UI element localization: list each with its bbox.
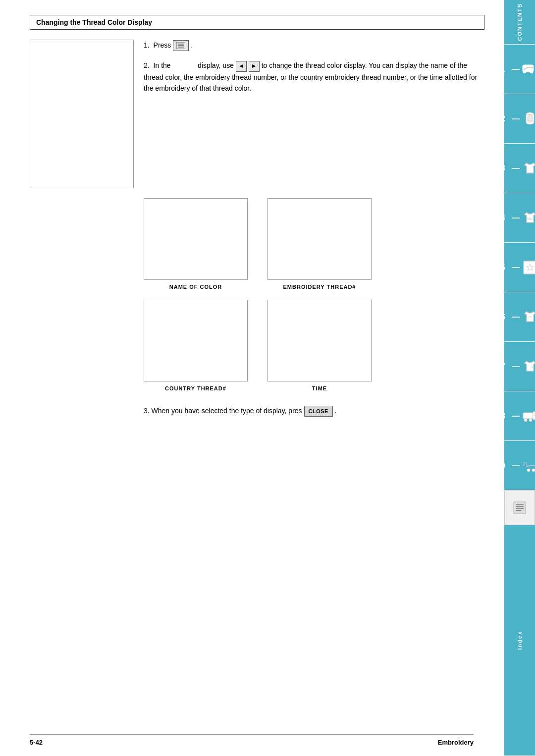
sidebar-tab-7[interactable]: 7 — (504, 342, 535, 391)
tab-5-number: 5 (501, 263, 510, 272)
sidebar-tab-2[interactable]: 2 — (504, 94, 535, 144)
sidebar-tab-4[interactable]: 4 — ABC (504, 193, 535, 243)
tab-2-number: 2 (501, 114, 510, 123)
step-1-text-before: Press (154, 41, 171, 49)
star-frame-icon (522, 259, 535, 276)
name-of-color-caption: NAME OF COLOR (169, 284, 222, 290)
abc-shirt-icon: ABC (522, 209, 535, 227)
image-row-2: COUNTRY THREAD# TIME (144, 300, 484, 391)
step-3-text-after: . (335, 407, 337, 415)
svg-point-20 (532, 469, 535, 472)
step-3: 3. When you have selected the type of di… (144, 405, 484, 417)
embroidery-thread-screen (268, 198, 372, 280)
country-thread-caption: COUNTRY THREAD# (165, 385, 226, 391)
sewing-machine-1-icon (522, 60, 535, 78)
section-title: Changing the Thread Color Display (30, 15, 484, 30)
svg-rect-10 (524, 261, 535, 274)
svg-point-19 (527, 469, 530, 472)
step-2-text-after: to change the thread color display. You … (144, 61, 477, 92)
tab-8-number: 8 (501, 412, 510, 421)
step-2-text-middle: display, use (198, 61, 234, 69)
embroidery-thread-caption: EMBROIDERY THREAD# (283, 284, 356, 290)
step-2: 2. In the display, use ◄ ► to change the… (144, 60, 484, 94)
right-nav-button[interactable]: ► (249, 61, 260, 72)
sidebar-tab-index[interactable]: Index (504, 525, 535, 756)
left-nav-button[interactable]: ◄ (236, 61, 247, 72)
image-row-1: NAME OF COLOR EMBROIDERY THREAD# (144, 198, 484, 290)
time-screen (268, 300, 372, 381)
svg-text:ABC: ABC (526, 217, 534, 220)
close-button[interactable]: CLOSE (304, 406, 333, 417)
page-footer: 5-42 Embroidery (30, 734, 474, 746)
step-1-text-after: . (191, 41, 193, 49)
step-3-text-before: When you have selected the type of displ… (152, 407, 302, 415)
tab-7-number: 7 (501, 362, 510, 371)
tab-4-number: 4 (501, 214, 510, 222)
tab-1-number: 1 (501, 65, 510, 74)
sidebar: CONTENTS 1 — 2 — 3 (504, 0, 535, 756)
notes-icon (512, 500, 528, 516)
sidebar-tab-9[interactable]: 9 — 21 (504, 441, 535, 490)
sidebar-tab-8[interactable]: 8 — (504, 391, 535, 441)
step-1: 1. Press . (144, 40, 484, 51)
main-content: Changing the Thread Color Display 1. Pre… (0, 0, 504, 756)
tab-3-number: 3 (501, 164, 510, 173)
country-thread-item: COUNTRY THREAD# (144, 300, 248, 391)
shirt-2-icon (522, 308, 535, 326)
content-wrapper: 1. Press . 2. In the disp (30, 40, 484, 188)
tab-6-number: 6 (501, 313, 510, 322)
step-2-text-before: In the (154, 61, 171, 69)
step-2-num: 2. (144, 61, 150, 69)
country-thread-screen (144, 300, 248, 381)
page-number: 5-42 (30, 739, 43, 746)
sidebar-tab-contents[interactable]: CONTENTS (504, 0, 535, 45)
name-of-color-screen (144, 198, 248, 280)
svg-point-7 (528, 114, 533, 122)
time-item: TIME (268, 300, 372, 391)
index-label: Index (517, 631, 523, 650)
name-of-color-item: NAME OF COLOR (144, 198, 248, 290)
svg-point-13 (524, 419, 527, 422)
sidebar-tab-notes[interactable] (504, 490, 535, 525)
sidebar-tab-3[interactable]: 3 — (504, 144, 535, 193)
thread-spool-icon (522, 110, 535, 128)
menu-key-button[interactable] (173, 40, 189, 51)
machine-2-icon (522, 407, 535, 425)
sidebar-tab-5[interactable]: 5 — (504, 243, 535, 292)
embroidery-thread-item: EMBROIDERY THREAD# (268, 198, 372, 290)
shirt-3-icon (522, 358, 535, 376)
tab-9-number: 9 (501, 461, 510, 470)
machine-3-icon: 21 (522, 457, 535, 475)
svg-rect-12 (523, 413, 533, 419)
svg-rect-3 (526, 71, 531, 72)
time-caption: TIME (312, 385, 327, 391)
instructions: 1. Press . 2. In the disp (144, 40, 484, 188)
sidebar-tab-1[interactable]: 1 — (504, 45, 535, 94)
left-image-box (30, 40, 134, 188)
svg-rect-21 (514, 502, 526, 514)
contents-label: CONTENTS (517, 3, 523, 41)
shirt-1-icon (522, 160, 535, 177)
footer-section: Embroidery (438, 739, 474, 746)
step-1-num: 1. (144, 41, 150, 49)
menu-key-icon (176, 42, 185, 49)
sidebar-tab-6[interactable]: 6 — (504, 292, 535, 342)
step-3-num: 3. (144, 407, 150, 415)
svg-point-14 (529, 419, 532, 422)
image-grid: NAME OF COLOR EMBROIDERY THREAD# COUNTRY… (144, 198, 484, 391)
